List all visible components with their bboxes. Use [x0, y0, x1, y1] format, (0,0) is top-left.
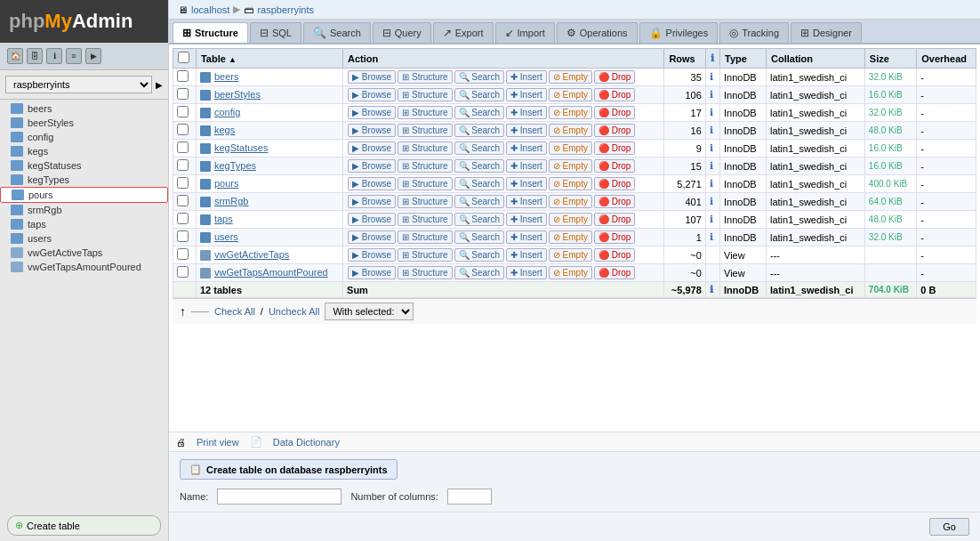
action-insert-kegs[interactable]: ✚ Insert [506, 124, 547, 137]
columns-input[interactable] [447, 489, 492, 505]
row-checkbox-vwGetActiveTaps[interactable] [177, 248, 189, 260]
breadcrumb-database[interactable]: raspberryints [257, 4, 314, 15]
action-insert-srmRgb[interactable]: ✚ Insert [506, 195, 547, 208]
action-browse-kegStatuses[interactable]: ▶ Browse [348, 141, 396, 155]
info-icon[interactable]: ℹ [710, 196, 713, 206]
sidebar-item-vwGetActiveTaps[interactable]: vwGetActiveTaps [0, 246, 168, 260]
sidebar-item-users[interactable]: users [0, 231, 168, 246]
tab-designer[interactable]: ⊞Designer [791, 22, 862, 43]
action-structure-taps[interactable]: ⊞ Structure [398, 213, 452, 226]
action-browse-kegTypes[interactable]: ▶ Browse [348, 159, 396, 173]
tab-search[interactable]: 🔍Search [303, 22, 371, 43]
sidebar-vars-icon[interactable]: ≡ [66, 48, 82, 64]
db-go-icon[interactable]: ▶ [156, 80, 163, 90]
action-drop-beerStyles[interactable]: 🔴 Drop [594, 88, 635, 101]
tab-tracking[interactable]: ◎Tracking [719, 22, 789, 43]
check-all-button[interactable]: Check All [214, 306, 255, 317]
action-structure-beerStyles[interactable]: ⊞ Structure [398, 88, 452, 101]
action-search-config[interactable]: 🔍 Search [454, 106, 504, 119]
row-checkbox-vwGetTapsAmountPoured[interactable] [177, 266, 189, 278]
data-dictionary-link[interactable]: Data Dictionary [273, 437, 340, 448]
row-checkbox-pours[interactable] [177, 177, 189, 189]
tab-sql[interactable]: ⊟SQL [250, 22, 301, 43]
rows-info-srmRgb[interactable]: ℹ [705, 193, 719, 211]
row-checkbox-users[interactable] [177, 230, 189, 242]
action-search-kegStatuses[interactable]: 🔍 Search [454, 141, 504, 155]
sidebar-item-beers[interactable]: beers [0, 101, 168, 116]
table-name-link-kegStatuses[interactable]: kegStatuses [214, 142, 269, 153]
action-structure-pours[interactable]: ⊞ Structure [398, 177, 452, 190]
sidebar-item-kegStatuses[interactable]: kegStatuses [0, 158, 168, 173]
action-browse-vwGetTapsAmountPoured[interactable]: ▶ Browse [348, 266, 396, 279]
sidebar-home-icon[interactable]: 🏠 [7, 48, 23, 64]
action-structure-beers[interactable]: ⊞ Structure [398, 70, 452, 84]
action-browse-pours[interactable]: ▶ Browse [348, 177, 396, 190]
action-insert-config[interactable]: ✚ Insert [506, 106, 547, 119]
select-all-checkbox[interactable] [178, 52, 189, 63]
table-name-link-taps[interactable]: taps [214, 214, 233, 224]
action-insert-pours[interactable]: ✚ Insert [506, 177, 547, 190]
action-browse-kegs[interactable]: ▶ Browse [348, 124, 396, 137]
action-empty-srmRgb[interactable]: ⊘ Empty [549, 195, 592, 208]
info-icon[interactable]: ℹ [710, 231, 713, 242]
row-checkbox-beers[interactable] [177, 70, 189, 82]
sidebar-db-icon[interactable]: 🗄 [27, 48, 43, 64]
action-empty-kegs[interactable]: ⊘ Empty [549, 124, 592, 137]
action-insert-vwGetTapsAmountPoured[interactable]: ✚ Insert [506, 266, 547, 279]
info-icon[interactable]: ℹ [710, 107, 713, 117]
action-drop-kegs[interactable]: 🔴 Drop [594, 124, 635, 137]
sidebar-item-config[interactable]: config [0, 130, 168, 144]
action-empty-beers[interactable]: ⊘ Empty [549, 70, 592, 84]
info-icon[interactable]: ℹ [710, 71, 713, 82]
action-empty-beerStyles[interactable]: ⊘ Empty [549, 88, 592, 101]
action-structure-kegStatuses[interactable]: ⊞ Structure [398, 141, 452, 155]
action-empty-taps[interactable]: ⊘ Empty [549, 213, 592, 226]
sidebar-item-kegs[interactable]: kegs [0, 144, 168, 158]
rows-info-vwGetTapsAmountPoured[interactable] [705, 264, 719, 282]
action-structure-kegs[interactable]: ⊞ Structure [398, 124, 452, 137]
table-name-link-kegs[interactable]: kegs [214, 125, 235, 135]
action-search-taps[interactable]: 🔍 Search [454, 213, 504, 226]
create-table-sidebar-button[interactable]: ⊕ Create table [7, 515, 161, 536]
action-empty-kegTypes[interactable]: ⊘ Empty [549, 159, 592, 173]
action-insert-beerStyles[interactable]: ✚ Insert [506, 88, 547, 101]
sidebar-item-beerStyles[interactable]: beerStyles [0, 116, 168, 130]
action-structure-users[interactable]: ⊞ Structure [398, 230, 452, 244]
table-name-link-pours[interactable]: pours [214, 178, 239, 189]
row-checkbox-config[interactable] [177, 106, 189, 117]
action-browse-users[interactable]: ▶ Browse [348, 230, 396, 244]
rows-info-config[interactable]: ℹ [705, 104, 719, 122]
tab-import[interactable]: ↙Import [495, 22, 555, 43]
table-name-link-beers[interactable]: beers [214, 71, 239, 82]
table-name-link-srmRgb[interactable]: srmRgb [214, 196, 249, 206]
table-name-input[interactable] [217, 489, 341, 505]
action-empty-users[interactable]: ⊘ Empty [549, 230, 592, 244]
action-drop-vwGetTapsAmountPoured[interactable]: 🔴 Drop [594, 266, 635, 279]
rows-info-vwGetActiveTaps[interactable] [705, 246, 719, 264]
action-insert-kegTypes[interactable]: ✚ Insert [506, 159, 547, 173]
sidebar-item-kegTypes[interactable]: kegTypes [0, 173, 168, 187]
action-search-pours[interactable]: 🔍 Search [454, 177, 504, 190]
action-empty-pours[interactable]: ⊘ Empty [549, 177, 592, 190]
action-drop-pours[interactable]: 🔴 Drop [594, 177, 635, 190]
table-name-link-vwGetTapsAmountPoured[interactable]: vwGetTapsAmountPoured [214, 267, 328, 278]
action-empty-config[interactable]: ⊘ Empty [549, 106, 592, 119]
info-icon[interactable]: ℹ [710, 142, 713, 153]
action-drop-users[interactable]: 🔴 Drop [594, 230, 635, 244]
table-name-link-beerStyles[interactable]: beerStyles [214, 89, 261, 100]
print-view-link[interactable]: Print view [197, 437, 239, 448]
sidebar-item-srmRgb[interactable]: srmRgb [0, 203, 168, 217]
sidebar-item-vwGetTapsAmountPoured[interactable]: vwGetTapsAmountPoured [0, 260, 168, 274]
action-drop-srmRgb[interactable]: 🔴 Drop [594, 195, 635, 208]
action-empty-kegStatuses[interactable]: ⊘ Empty [549, 141, 592, 155]
breadcrumb-server[interactable]: localhost [191, 4, 229, 15]
tab-structure[interactable]: ⊞Structure [173, 22, 248, 43]
action-drop-kegStatuses[interactable]: 🔴 Drop [594, 141, 635, 155]
action-structure-vwGetActiveTaps[interactable]: ⊞ Structure [398, 248, 452, 262]
action-search-kegTypes[interactable]: 🔍 Search [454, 159, 504, 173]
sidebar-item-taps[interactable]: taps [0, 217, 168, 231]
go-button[interactable]: Go [929, 518, 969, 536]
action-search-kegs[interactable]: 🔍 Search [454, 124, 504, 137]
tab-export[interactable]: ↗Export [433, 22, 494, 43]
action-empty-vwGetTapsAmountPoured[interactable]: ⊘ Empty [549, 266, 592, 279]
